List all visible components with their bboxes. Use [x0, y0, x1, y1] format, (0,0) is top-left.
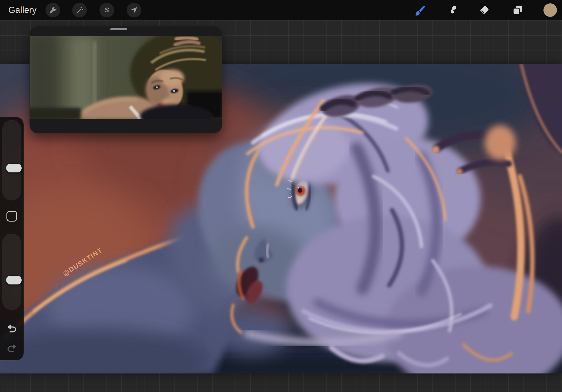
- procreate-window: @DUSKTINT Gallery S: [0, 0, 562, 392]
- layers-button[interactable]: [510, 3, 525, 17]
- redo-button[interactable]: [6, 343, 17, 353]
- selection-button[interactable]: S: [99, 3, 114, 17]
- slider-sidebar: [0, 117, 24, 360]
- undo-icon: [6, 324, 17, 333]
- selection-s-icon: S: [103, 6, 111, 14]
- reference-photo-image: [30, 36, 222, 119]
- wrench-icon: [49, 6, 57, 14]
- paintbrush-icon: [414, 4, 426, 16]
- top-toolbar: Gallery S: [0, 0, 562, 20]
- brush-size-slider[interactable]: [2, 120, 21, 200]
- reference-companion-window[interactable]: [30, 26, 222, 133]
- reference-drag-handle[interactable]: [110, 28, 127, 30]
- redo-icon: [6, 343, 17, 353]
- gallery-button[interactable]: Gallery: [8, 0, 37, 20]
- actions-button[interactable]: [46, 3, 60, 17]
- brush-size-handle[interactable]: [6, 164, 22, 172]
- opacity-handle[interactable]: [6, 276, 22, 284]
- svg-text:S: S: [105, 6, 109, 14]
- transform-button[interactable]: [127, 3, 141, 17]
- color-swatch-button[interactable]: [543, 3, 557, 17]
- layers-icon: [512, 4, 524, 16]
- reference-photo: [30, 36, 222, 119]
- magic-wand-icon: [75, 6, 84, 14]
- undo-button[interactable]: [6, 324, 17, 333]
- opacity-slider[interactable]: [2, 234, 21, 310]
- transform-arrow-icon: [130, 6, 138, 14]
- erase-tool-button[interactable]: [476, 3, 492, 17]
- paint-tool-button[interactable]: [412, 3, 428, 17]
- eraser-icon: [478, 4, 490, 16]
- modify-button[interactable]: [6, 211, 17, 222]
- adjustments-button[interactable]: [72, 3, 87, 17]
- smudge-tool-button[interactable]: [444, 3, 460, 17]
- color-swatch-icon: [543, 3, 557, 17]
- smudge-finger-icon: [446, 4, 458, 16]
